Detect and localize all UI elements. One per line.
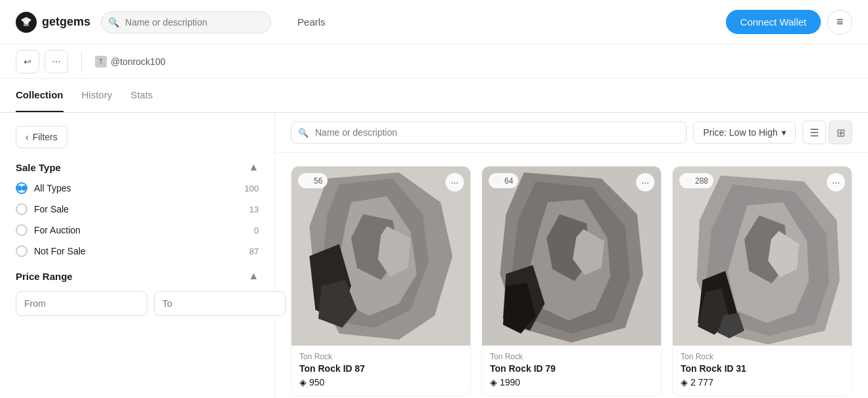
nft-grid: ♡ 56 ··· Ton Rock Ton Rock ID 87 ◈ 950 (275, 153, 868, 398)
radio-forsale-left: For Sale (16, 203, 69, 215)
logo-text: getgems (42, 15, 90, 29)
sale-type-title: Sale Type (16, 162, 61, 173)
nft-likes-3: 288 (695, 176, 708, 186)
connect-wallet-button[interactable]: Connect Wallet (726, 10, 821, 34)
svg-text:T: T (99, 58, 103, 66)
price-to-input[interactable] (154, 291, 286, 316)
content-area: 🔍 Price: Low to High ▾ ☰ ⊞ (275, 113, 868, 398)
content-search-container: 🔍 (291, 121, 687, 144)
sub-header: ↩ ··· T @tonrock100 (0, 45, 868, 79)
chevron-down-icon: ▾ (782, 127, 786, 138)
nft-image-wrap-2: ♡ 64 ··· (482, 167, 661, 346)
tabs: Collection History Stats (0, 79, 868, 113)
price-from-input[interactable] (16, 291, 147, 316)
nft-card-2[interactable]: ♡ 64 ··· Ton Rock Ton Rock ID 79 ◈ 1990 (481, 166, 662, 396)
content-toolbar: 🔍 Price: Low to High ▾ ☰ ⊞ (275, 113, 868, 153)
nft-like-badge-1[interactable]: ♡ 56 (298, 173, 328, 188)
content-search-input[interactable] (291, 121, 687, 144)
radio-forauction-count: 0 (254, 226, 259, 235)
radio-forsale-count: 13 (250, 205, 259, 214)
sale-type-notforsale[interactable]: Not For Sale 87 (16, 245, 259, 257)
nft-image-wrap-3: ♡ 288 ··· (673, 167, 852, 346)
grid-view-icon: ⊞ (837, 127, 845, 139)
nft-image-3 (673, 167, 852, 346)
nft-collection-2: Ton Rock (490, 352, 653, 361)
user-handle: T @tonrock100 (95, 56, 165, 68)
nft-info-3: Ton Rock Ton Rock ID 31 ◈ 2 777 (673, 346, 852, 395)
radio-forauction-circle (16, 224, 28, 236)
nft-more-button-1[interactable]: ··· (445, 173, 464, 191)
nft-card-1[interactable]: ♡ 56 ··· Ton Rock Ton Rock ID 87 ◈ 950 (291, 166, 471, 396)
sort-button[interactable]: Price: Low to High ▾ (693, 121, 796, 144)
radio-notforsale-label: Not For Sale (34, 246, 86, 256)
price-range-inputs (16, 291, 259, 316)
radio-notforsale-left: Not For Sale (16, 245, 86, 257)
heart-icon-3: ♡ (685, 176, 692, 186)
logo[interactable]: getgems (16, 12, 90, 33)
share-button[interactable]: ↩ (16, 50, 39, 73)
price-range-section: Price Range ▲ (16, 270, 259, 316)
radio-all-label: All Types (34, 183, 71, 193)
nft-info-2: Ton Rock Ton Rock ID 79 ◈ 1990 (482, 346, 661, 395)
nav-pearls[interactable]: Pearls (297, 16, 326, 28)
content-search-icon: 🔍 (298, 128, 309, 138)
sale-type-forsale[interactable]: For Sale 13 (16, 203, 259, 215)
list-view-icon: ☰ (810, 127, 819, 139)
tab-collection[interactable]: Collection (16, 79, 64, 112)
radio-all-left: All Types (16, 182, 71, 194)
menu-button[interactable]: ≡ (827, 10, 852, 35)
header-search-icon: 🔍 (108, 17, 119, 28)
logo-icon (16, 12, 37, 33)
radio-forauction-left: For Auction (16, 224, 81, 236)
nft-like-badge-3[interactable]: ♡ 288 (679, 173, 713, 188)
main-layout: ‹ Filters Sale Type ▲ All Types 100 (0, 113, 868, 398)
filters-button[interactable]: ‹ Filters (16, 126, 67, 148)
nft-name-1: Ton Rock ID 87 (299, 363, 462, 374)
nft-likes-1: 56 (314, 176, 322, 186)
sub-header-actions: ↩ ··· (16, 50, 68, 73)
heart-icon-2: ♡ (494, 176, 502, 186)
sale-type-section: Sale Type ▲ All Types 100 For Sale 13 (16, 161, 259, 257)
nft-image-1 (292, 167, 470, 346)
nft-info-1: Ton Rock Ton Rock ID 87 ◈ 950 (292, 346, 470, 395)
nft-image-2 (482, 167, 661, 346)
price-range-header: Price Range ▲ (16, 270, 259, 282)
nft-likes-2: 64 (504, 176, 513, 186)
nft-collection-3: Ton Rock (681, 352, 844, 361)
radio-forsale-label: For Sale (34, 204, 69, 214)
radio-forsale-circle (16, 203, 28, 215)
list-view-button[interactable]: ☰ (802, 121, 826, 144)
nft-price-1: ◈ 950 (299, 377, 462, 388)
sidebar: ‹ Filters Sale Type ▲ All Types 100 (0, 113, 275, 398)
price-range-toggle[interactable]: ▲ (248, 270, 259, 282)
price-range-title: Price Range (16, 271, 73, 282)
nft-more-button-2[interactable]: ··· (636, 173, 654, 191)
user-handle-text: @tonrock100 (111, 56, 165, 67)
view-toggle: ☰ ⊞ (802, 121, 852, 144)
header: getgems 🔍 Pearls Connect Wallet ≡ (0, 0, 868, 45)
radio-all-circle (16, 182, 28, 194)
tab-stats[interactable]: Stats (130, 79, 153, 112)
radio-forauction-label: For Auction (34, 225, 81, 235)
header-search-input[interactable] (101, 11, 271, 33)
separator (81, 51, 82, 72)
sale-type-header: Sale Type ▲ (16, 161, 259, 173)
sale-type-forauction[interactable]: For Auction 0 (16, 224, 259, 236)
sale-type-toggle[interactable]: ▲ (248, 161, 259, 173)
header-search-container: 🔍 (101, 11, 271, 33)
filter-toolbar: ‹ Filters (16, 126, 259, 148)
radio-notforsale-count: 87 (250, 247, 259, 256)
tab-history[interactable]: History (82, 79, 113, 112)
nft-more-button-3[interactable]: ··· (827, 173, 845, 191)
grid-view-button[interactable]: ⊞ (829, 121, 852, 144)
nft-image-wrap-1: ♡ 56 ··· (292, 167, 470, 346)
radio-notforsale-circle (16, 245, 28, 257)
nft-like-badge-2[interactable]: ♡ 64 (489, 173, 518, 188)
nft-name-2: Ton Rock ID 79 (490, 363, 653, 374)
nft-name-3: Ton Rock ID 31 (681, 363, 844, 374)
nft-collection-1: Ton Rock (299, 352, 462, 361)
sale-type-all[interactable]: All Types 100 (16, 182, 259, 194)
nft-card-3[interactable]: ♡ 288 ··· Ton Rock Ton Rock ID 31 ◈ 2 77… (672, 166, 852, 396)
nft-price-3: ◈ 2 777 (681, 377, 844, 388)
more-button[interactable]: ··· (45, 50, 68, 73)
